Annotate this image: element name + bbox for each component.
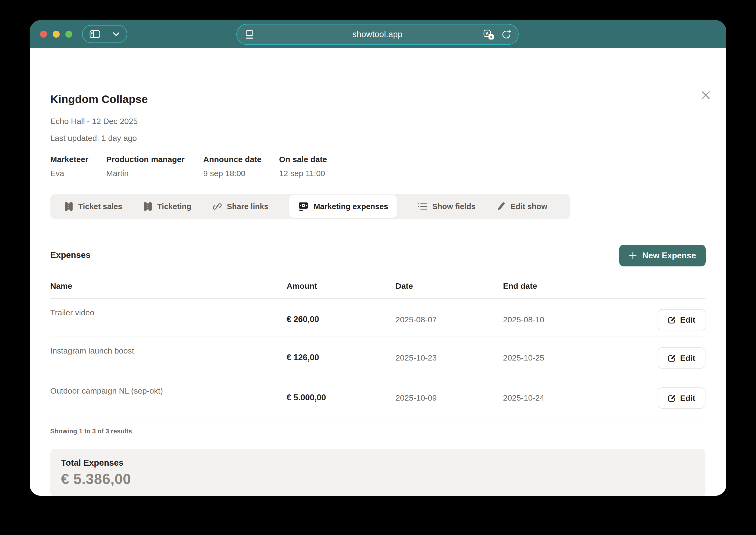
expense-name: Instagram launch boost xyxy=(50,346,134,355)
modal-close-icon[interactable] xyxy=(698,88,713,103)
info-label: Marketeer xyxy=(50,155,106,164)
total-expenses-label: Total Expenses xyxy=(61,458,695,468)
new-expense-button[interactable]: New Expense xyxy=(619,245,706,267)
new-expense-label: New Expense xyxy=(642,251,696,261)
show-title: Kingdom Collapse xyxy=(50,93,148,106)
expense-date: 2025-08-07 xyxy=(396,315,436,324)
info-value: Martin xyxy=(106,169,203,178)
zoom-window-button[interactable] xyxy=(65,31,72,38)
minimize-window-button[interactable] xyxy=(53,31,60,38)
info-field: Announce date 9 sep 18:00 xyxy=(203,155,279,178)
browser-titlebar: showtool.app A x xyxy=(30,20,726,48)
info-field: Production manager Martin xyxy=(106,155,203,178)
plus-icon xyxy=(629,252,637,260)
table-row: Trailer video € 260,00 2025-08-07 2025-0… xyxy=(50,298,706,337)
expense-date: 2025-10-23 xyxy=(396,353,436,362)
edit-expense-button[interactable]: Edit xyxy=(658,347,706,369)
tab-label: Ticket sales xyxy=(78,202,122,211)
tab-show-fields[interactable]: Show fields xyxy=(418,202,476,211)
expense-amount: € 5.000,00 xyxy=(287,393,326,403)
chevron-down-icon[interactable] xyxy=(113,32,120,36)
sidebar-toggle-icon[interactable] xyxy=(90,30,100,39)
show-subtitle: Echo Hall - 12 Dec 2025 xyxy=(50,117,138,126)
expense-end-date: 2025-10-25 xyxy=(503,353,544,362)
svg-text:A: A xyxy=(486,31,489,36)
reload-icon[interactable] xyxy=(501,29,512,41)
show-tabs: Ticket sales Ticketing xyxy=(50,194,570,219)
edit-expense-button[interactable]: Edit xyxy=(658,387,706,408)
tab-marketing-expenses[interactable]: Marketing expenses xyxy=(289,195,397,218)
sidebar-toggle-group[interactable] xyxy=(82,25,127,43)
show-detail-modal: Kingdom Collapse Echo Hall - 12 Dec 2025… xyxy=(30,48,726,496)
expense-amount: € 126,00 xyxy=(287,353,319,362)
info-field: Marketeer Eva xyxy=(50,155,106,178)
edit-icon xyxy=(668,354,676,362)
tab-edit-show[interactable]: Edit show xyxy=(496,202,547,211)
expense-end-date: 2025-10-24 xyxy=(503,393,544,403)
translate-icon[interactable]: A x xyxy=(483,29,495,41)
show-info-fields: Marketeer Eva Production manager Martin … xyxy=(50,155,327,178)
expense-name: Trailer video xyxy=(50,308,94,317)
svg-text:x: x xyxy=(490,34,492,39)
tab-label: Ticketing xyxy=(157,202,191,211)
tab-share-links[interactable]: Share links xyxy=(212,202,268,211)
pencil-icon xyxy=(496,202,506,211)
divider xyxy=(50,419,706,419)
column-header-end-date: End date xyxy=(503,281,537,291)
ticket-icon xyxy=(143,201,153,211)
edit-label: Edit xyxy=(680,315,695,324)
expense-end-date: 2025-08-10 xyxy=(503,315,544,324)
edit-label: Edit xyxy=(680,394,695,403)
results-count: Showing 1 to 3 of 3 results xyxy=(50,428,132,435)
info-field: On sale date 12 sep 11:00 xyxy=(279,155,327,178)
edit-icon xyxy=(668,316,676,324)
tab-ticketing[interactable]: Ticketing xyxy=(143,201,191,211)
browser-window: showtool.app A x xyxy=(30,20,726,496)
info-value: 9 sep 18:00 xyxy=(203,169,279,178)
page-icon[interactable] xyxy=(244,30,255,40)
edit-label: Edit xyxy=(680,353,695,363)
address-bar[interactable]: showtool.app A x xyxy=(236,24,518,45)
tab-label: Edit show xyxy=(511,202,547,211)
info-label: On sale date xyxy=(279,155,327,164)
last-updated: Last updated: 1 day ago xyxy=(50,134,137,143)
info-value: 12 sep 11:00 xyxy=(279,169,327,178)
column-header-name: Name xyxy=(50,281,72,291)
expenses-heading: Expenses xyxy=(50,250,90,260)
total-expenses-value: € 5.386,00 xyxy=(61,470,695,487)
table-row: Outdoor campaign NL (sep-okt) € 5.000,00… xyxy=(50,377,706,419)
info-value: Eva xyxy=(50,169,106,178)
close-window-button[interactable] xyxy=(40,31,47,38)
ticket-icon xyxy=(64,201,73,211)
info-label: Announce date xyxy=(203,155,279,164)
expense-amount: € 260,00 xyxy=(287,315,319,324)
tab-label: Marketing expenses xyxy=(314,202,388,211)
edit-expense-button[interactable]: Edit xyxy=(658,309,706,330)
tab-label: Show fields xyxy=(432,202,476,211)
expense-date: 2025-10-09 xyxy=(396,393,436,403)
expense-name: Outdoor campaign NL (sep-okt) xyxy=(50,386,163,395)
total-expenses-panel: Total Expenses € 5.386,00 xyxy=(50,449,706,496)
column-header-amount: Amount xyxy=(287,281,317,291)
info-label: Production manager xyxy=(106,155,203,164)
table-row: Instagram launch boost € 126,00 2025-10-… xyxy=(50,337,706,377)
banknote-icon xyxy=(298,201,309,211)
tab-label: Share links xyxy=(227,202,268,211)
edit-icon xyxy=(668,394,676,402)
list-icon xyxy=(418,202,428,211)
link-icon xyxy=(212,202,222,211)
address-url[interactable]: showtool.app xyxy=(352,30,403,39)
tab-ticket-sales[interactable]: Ticket sales xyxy=(64,201,122,211)
column-header-date: Date xyxy=(396,281,413,291)
